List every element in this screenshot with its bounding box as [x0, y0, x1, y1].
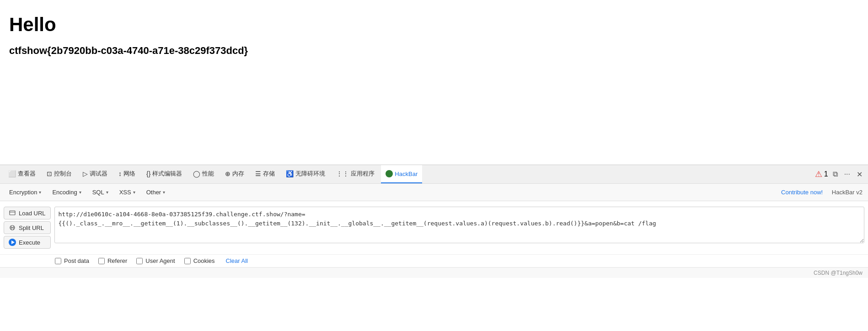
- split-url-label: Split URL: [19, 224, 44, 231]
- user-agent-label: User Agent: [145, 257, 175, 264]
- app-label: 应用程序: [351, 170, 375, 178]
- devtools-tab-storage[interactable]: ☰ 存储: [251, 165, 279, 183]
- style-editor-icon: {}: [146, 170, 150, 177]
- devtools-bar: ⬜ 查看器 ⊡ 控制台 ▷ 调试器 ↕ 网络 {} 样式编辑器 ◯ 性能 ⊕ 内…: [0, 165, 868, 184]
- console-label: 控制台: [54, 170, 72, 178]
- referer-label: Referer: [107, 257, 127, 264]
- split-url-button[interactable]: Split URL: [4, 221, 51, 234]
- post-data-checkbox-item[interactable]: Post data: [55, 257, 89, 264]
- svg-rect-0: [10, 211, 15, 215]
- hackbar-version: [826, 189, 828, 196]
- hackbar-version-text: HackBar v2: [832, 189, 863, 196]
- cookies-checkbox[interactable]: [184, 258, 191, 264]
- encryption-arrow: ▾: [39, 190, 41, 195]
- xss-menu[interactable]: XSS ▾: [116, 187, 139, 198]
- dock-button[interactable]: ⧉: [831, 169, 840, 179]
- load-url-label: Load URL: [19, 210, 46, 217]
- storage-label: 存储: [263, 170, 275, 178]
- hackbar-dot-icon: [386, 170, 393, 177]
- devtools-tab-network[interactable]: ↕ 网络: [114, 165, 140, 183]
- referer-checkbox-item[interactable]: Referer: [98, 257, 127, 264]
- flag-text: ctfshow{2b7920bb-c03a-4740-a71e-38c29f37…: [9, 45, 859, 57]
- error-count: 1: [824, 170, 828, 178]
- cookies-checkbox-item[interactable]: Cookies: [184, 257, 215, 264]
- accessibility-label: 无障碍环境: [295, 170, 325, 178]
- error-circle-icon: ⚠: [815, 169, 822, 179]
- other-menu[interactable]: Other ▾: [143, 187, 169, 198]
- page-title: Hello: [9, 14, 859, 36]
- performance-icon: ◯: [193, 170, 200, 177]
- performance-label: 性能: [202, 170, 214, 178]
- memory-icon: ⊕: [225, 170, 230, 177]
- hackbar-url-area: [54, 205, 868, 251]
- hackbar-left-buttons: Load URL Split URL Execute: [0, 205, 54, 251]
- storage-icon: ☰: [255, 170, 261, 177]
- hackbar-tab-label: HackBar: [395, 171, 418, 177]
- post-data-checkbox[interactable]: [55, 258, 61, 264]
- debugger-label: 调试器: [90, 170, 107, 178]
- referer-checkbox[interactable]: [98, 258, 105, 264]
- style-editor-label: 样式编辑器: [152, 170, 182, 178]
- network-icon: ↕: [118, 170, 122, 177]
- devtools-tab-style-editor[interactable]: {} 样式编辑器: [142, 165, 187, 183]
- devtools-tab-performance[interactable]: ◯ 性能: [188, 165, 219, 183]
- app-icon: ⋮⋮: [336, 170, 349, 177]
- sql-label: SQL: [92, 189, 104, 196]
- user-agent-checkbox-item[interactable]: User Agent: [136, 257, 175, 264]
- encoding-arrow: ▾: [79, 190, 81, 195]
- hackbar-toolbar: Encryption ▾ Encoding ▾ SQL ▾ XSS ▾ Othe…: [0, 184, 868, 201]
- devtools-tab-inspector[interactable]: ⬜ 查看器: [4, 165, 40, 183]
- hackbar-body: Load URL Split URL Execute: [0, 201, 868, 255]
- split-url-icon: [9, 224, 16, 231]
- post-data-label: Post data: [64, 257, 89, 264]
- other-label: Other: [146, 189, 161, 196]
- load-url-button[interactable]: Load URL: [4, 207, 51, 219]
- user-agent-checkbox[interactable]: [136, 258, 143, 264]
- bottom-bar: CSDN @T1ngSh0w: [0, 267, 868, 278]
- console-icon: ⊡: [47, 170, 52, 177]
- execute-label: Execute: [19, 239, 40, 246]
- encryption-label: Encryption: [9, 189, 37, 196]
- inspector-icon: ⬜: [8, 170, 16, 177]
- xss-arrow: ▾: [133, 190, 135, 195]
- footer-credit: CSDN @T1ngSh0w: [814, 270, 863, 276]
- xss-label: XSS: [119, 189, 131, 196]
- load-url-icon: [9, 209, 16, 217]
- devtools-tab-debugger[interactable]: ▷ 调试器: [78, 165, 112, 183]
- encryption-menu[interactable]: Encryption ▾: [5, 187, 45, 198]
- debugger-icon: ▷: [83, 170, 88, 177]
- url-input[interactable]: [54, 207, 864, 243]
- hackbar-checkboxes: Post data Referer User Agent Cookies Cle…: [0, 255, 868, 267]
- other-arrow: ▾: [163, 190, 165, 195]
- contribute-link[interactable]: Contribute now!: [781, 189, 823, 196]
- accessibility-icon: ♿: [286, 170, 294, 177]
- execute-play-icon: [9, 239, 16, 246]
- cookies-label: Cookies: [193, 257, 215, 264]
- error-indicator[interactable]: ⚠ 1: [815, 169, 828, 179]
- clear-all-button[interactable]: Clear All: [226, 257, 248, 264]
- devtools-tab-console[interactable]: ⊡ 控制台: [42, 165, 76, 183]
- encoding-label: Encoding: [52, 189, 77, 196]
- devtools-tab-app[interactable]: ⋮⋮ 应用程序: [332, 165, 379, 183]
- memory-label: 内存: [232, 170, 244, 178]
- close-button[interactable]: ✕: [855, 169, 864, 180]
- network-label: 网络: [123, 170, 135, 178]
- more-button[interactable]: ···: [842, 169, 852, 179]
- devtools-right: ⚠ 1 ⧉ ··· ✕: [815, 169, 864, 180]
- devtools-tab-accessibility[interactable]: ♿ 无障碍环境: [281, 165, 330, 183]
- devtools-tab-hackbar[interactable]: HackBar: [381, 165, 422, 183]
- sql-arrow: ▾: [106, 190, 108, 195]
- play-triangle: [11, 240, 15, 244]
- inspector-label: 查看器: [18, 170, 36, 178]
- devtools-tab-memory[interactable]: ⊕ 内存: [220, 165, 249, 183]
- encoding-menu[interactable]: Encoding ▾: [48, 187, 85, 198]
- main-content: Hello ctfshow{2b7920bb-c03a-4740-a71e-38…: [0, 0, 868, 165]
- execute-button[interactable]: Execute: [4, 236, 51, 249]
- sql-menu[interactable]: SQL ▾: [89, 187, 112, 198]
